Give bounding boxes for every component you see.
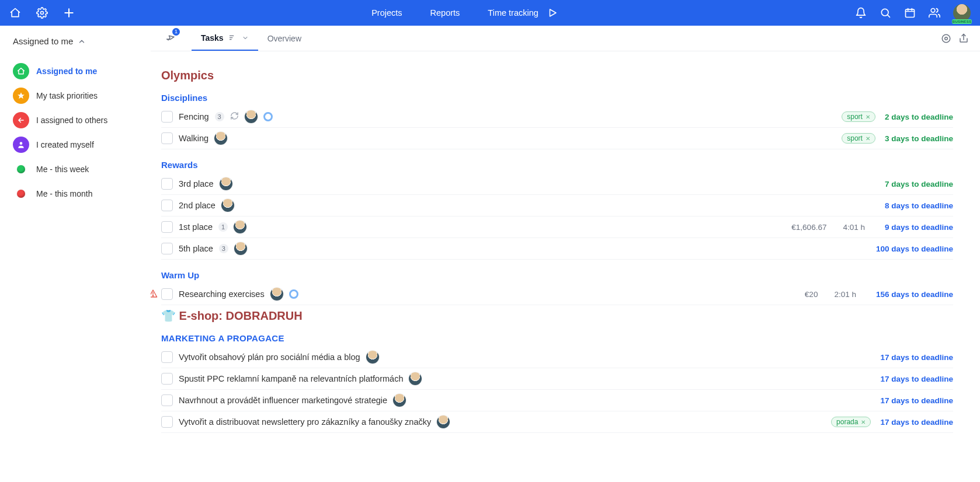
task-checkbox[interactable] bbox=[161, 132, 173, 144]
assignee-avatar[interactable] bbox=[437, 415, 450, 428]
calendar-icon[interactable] bbox=[904, 7, 916, 19]
sidebar-title-label: Assigned to me bbox=[13, 36, 73, 46]
section-title[interactable]: Rewards bbox=[161, 160, 953, 170]
sidebar-item-icon bbox=[13, 63, 29, 79]
task-name[interactable]: Researching exercises bbox=[179, 289, 265, 299]
task-row[interactable]: Vytvořit a distribuovat newslettery pro … bbox=[161, 411, 953, 433]
task-checkbox[interactable] bbox=[161, 416, 173, 428]
task-name[interactable]: Vytvořit a distribuovat newslettery pro … bbox=[179, 417, 431, 427]
search-icon[interactable] bbox=[880, 7, 891, 19]
user-avatar[interactable]: BUSINESS bbox=[953, 4, 971, 22]
assignee-avatar[interactable] bbox=[220, 177, 232, 190]
sort-icon bbox=[228, 33, 237, 42]
assignee-avatar[interactable] bbox=[234, 221, 246, 233]
task-checkbox[interactable] bbox=[161, 373, 173, 385]
svg-point-4 bbox=[931, 9, 935, 13]
tag-remove-icon[interactable]: ✕ bbox=[866, 114, 870, 120]
task-name[interactable]: 2nd place bbox=[179, 201, 216, 210]
task-row[interactable]: Researching exercises€202:01 h156 days t… bbox=[161, 284, 953, 305]
task-name[interactable]: 1st place bbox=[179, 222, 213, 232]
home-icon[interactable] bbox=[9, 7, 21, 19]
task-row[interactable]: 3rd place7 days to deadline bbox=[161, 173, 953, 195]
task-name[interactable]: Fencing bbox=[179, 112, 209, 121]
sidebar-item-label: My task priorities bbox=[36, 91, 98, 100]
task-row[interactable]: 2nd place8 days to deadline bbox=[161, 195, 953, 216]
sidebar-item[interactable]: My task priorities bbox=[13, 83, 140, 108]
add-icon[interactable] bbox=[63, 7, 75, 19]
tag-chip[interactable]: sport✕ bbox=[842, 111, 875, 122]
task-row[interactable]: 5th place3100 days to deadline bbox=[161, 238, 953, 260]
task-deadline: 3 days to deadline bbox=[885, 134, 953, 143]
progress-ring-icon bbox=[289, 289, 298, 299]
overdue-warning-icon bbox=[151, 289, 158, 300]
task-row[interactable]: Navrhnout a provádět influencer marketin… bbox=[161, 390, 953, 411]
section-title[interactable]: Warm Up bbox=[161, 270, 953, 280]
task-row[interactable]: Walkingsport✕3 days to deadline bbox=[161, 128, 953, 149]
section-title[interactable]: MARKETING A PROPAGACE bbox=[161, 333, 953, 343]
pinned-views-button[interactable]: 1 bbox=[161, 26, 179, 51]
chevron-down-icon[interactable] bbox=[242, 34, 249, 41]
view-settings-icon[interactable] bbox=[940, 26, 952, 51]
assignee-avatar[interactable] bbox=[270, 288, 283, 301]
project-title[interactable]: Olympics bbox=[161, 69, 953, 82]
task-budget: €20 bbox=[805, 290, 818, 299]
assignee-avatar[interactable] bbox=[409, 372, 422, 385]
sidebar-item-icon bbox=[13, 88, 29, 104]
task-hours: 4:01 h bbox=[843, 223, 865, 232]
task-checkbox[interactable] bbox=[161, 178, 173, 190]
task-name[interactable]: Vytvořit obsahový plán pro sociální médi… bbox=[179, 352, 360, 362]
gear-icon[interactable] bbox=[36, 7, 48, 19]
task-checkbox[interactable] bbox=[161, 243, 173, 254]
tag-remove-icon[interactable]: ✕ bbox=[861, 419, 866, 425]
task-checkbox[interactable] bbox=[161, 221, 173, 233]
task-row[interactable]: Vytvořit obsahový plán pro sociální médi… bbox=[161, 347, 953, 368]
task-name[interactable]: Walking bbox=[179, 134, 208, 143]
project-title[interactable]: 👕 E-shop: DOBRADRUH bbox=[161, 309, 953, 323]
task-row[interactable]: 1st place1€1,606.674:01 h9 days to deadl… bbox=[161, 216, 953, 238]
pin-count-badge: 1 bbox=[172, 28, 180, 36]
sidebar-item-label: Assigned to me bbox=[36, 67, 97, 76]
section-title[interactable]: Disciplines bbox=[161, 93, 953, 103]
sidebar-item[interactable]: Me - this week bbox=[13, 157, 140, 181]
task-checkbox[interactable] bbox=[161, 200, 173, 211]
sidebar-item[interactable]: I created myself bbox=[13, 132, 140, 157]
task-budget: €1,606.67 bbox=[791, 223, 826, 232]
share-icon[interactable] bbox=[958, 26, 969, 51]
play-icon[interactable] bbox=[547, 7, 558, 19]
task-row[interactable]: Spustit PPC reklamní kampaně na relevant… bbox=[161, 368, 953, 390]
assignee-avatar[interactable] bbox=[245, 110, 258, 123]
sidebar-item[interactable]: Assigned to me bbox=[13, 59, 140, 83]
nav-time-tracking[interactable]: Time tracking bbox=[488, 8, 538, 18]
tag-chip[interactable]: porada✕ bbox=[831, 417, 871, 427]
task-checkbox[interactable] bbox=[161, 394, 173, 406]
assignee-avatar[interactable] bbox=[214, 132, 227, 145]
tag-remove-icon[interactable]: ✕ bbox=[866, 135, 870, 142]
tag-chip[interactable]: sport✕ bbox=[842, 133, 875, 144]
task-name[interactable]: Spustit PPC reklamní kampaně na relevant… bbox=[179, 374, 403, 383]
main-pane: 1 Tasks Overview OlympicsDisciplinesFenc… bbox=[151, 26, 980, 482]
tab-overview[interactable]: Overview bbox=[258, 26, 311, 51]
subtask-count: 1 bbox=[218, 222, 228, 232]
svg-marker-5 bbox=[18, 92, 25, 99]
task-row[interactable]: Fencing3sport✕2 days to deadline bbox=[161, 106, 953, 128]
task-name[interactable]: Navrhnout a provádět influencer marketin… bbox=[179, 396, 387, 405]
svg-point-8 bbox=[942, 34, 950, 43]
sidebar-title[interactable]: Assigned to me bbox=[13, 36, 140, 46]
assignee-avatar[interactable] bbox=[393, 394, 406, 407]
task-name[interactable]: 5th place bbox=[179, 244, 213, 253]
task-checkbox[interactable] bbox=[161, 351, 173, 363]
assignee-avatar[interactable] bbox=[234, 242, 247, 255]
sidebar-item[interactable]: I assigned to others bbox=[13, 108, 140, 132]
nav-reports[interactable]: Reports bbox=[430, 8, 460, 18]
task-checkbox[interactable] bbox=[161, 111, 173, 123]
sidebar-item[interactable]: Me - this month bbox=[13, 181, 140, 206]
assignee-avatar[interactable] bbox=[366, 351, 379, 364]
tab-tasks[interactable]: Tasks bbox=[192, 26, 258, 51]
users-icon[interactable] bbox=[929, 7, 940, 19]
assignee-avatar[interactable] bbox=[221, 199, 234, 212]
task-deadline: 100 days to deadline bbox=[876, 245, 953, 253]
task-checkbox[interactable] bbox=[161, 288, 173, 300]
bell-icon[interactable] bbox=[855, 7, 867, 19]
nav-projects[interactable]: Projects bbox=[371, 8, 402, 18]
task-name[interactable]: 3rd place bbox=[179, 179, 214, 188]
